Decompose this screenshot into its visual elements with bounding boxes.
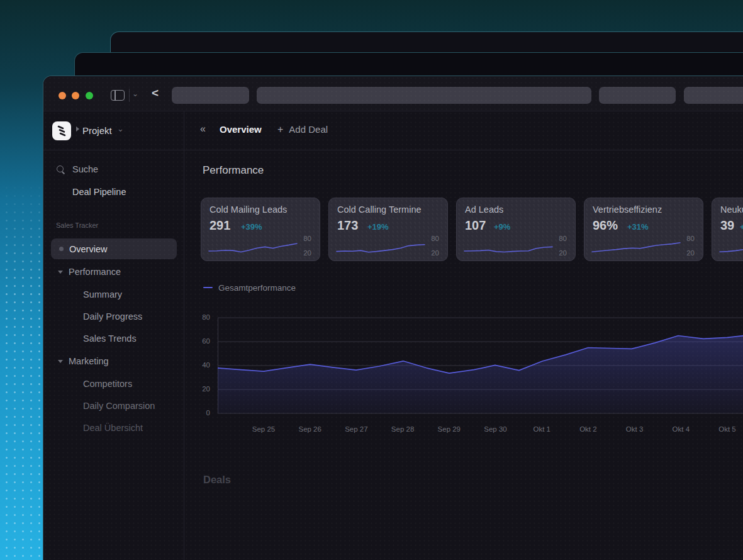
chart-area-fill [218,336,743,414]
deals-section-title: Deals [203,474,231,486]
card-title: Vertriebseffizienz [593,204,662,215]
card-delta: +9% [494,222,510,232]
toolbar-placeholder-button[interactable] [172,87,249,104]
card-value: 173 [337,218,358,233]
spark-axis-hi: 80 [686,235,695,242]
sidebar: Suche Deal Pipeline Sales Tracker Overvi… [43,150,184,560]
search-placeholder: Suche [72,164,98,174]
card-delta: +39% [241,222,262,232]
minimize-button[interactable] [72,92,79,99]
card-delta: +19% [367,222,389,232]
sidebar-section-label: Sales Tracker [43,218,184,232]
sparkline-chart [717,237,743,258]
card-title: Ad Leads [465,204,503,215]
sidebar-item-deal-uebersicht[interactable]: Deal Übersicht [43,419,184,437]
chevron-down-icon[interactable]: ⌄ [132,89,138,98]
card-value: 96% [593,218,618,233]
card-title: Cold Mailing Leads [209,204,287,215]
sidebar-item-daily-comparsion[interactable]: Daily Comparsion [43,397,184,415]
search-icon [57,165,65,174]
card-title: Neuku [720,204,743,215]
toolbar-placeholder-button[interactable] [599,87,676,104]
back-chevron-icon[interactable]: < [152,86,159,100]
x-axis-label: Okt 2 [579,425,596,433]
project-name[interactable]: Projekt [82,125,112,136]
toolbar-placeholder-button[interactable] [684,87,743,104]
app-window: ⌄ < Projekt [43,76,743,560]
x-axis-label: Sep 27 [345,425,367,433]
x-axis-label: Okt 3 [626,425,643,433]
sidebar-group-marketing[interactable]: Marketing [43,352,184,370]
legend-label: Gesamtperformance [218,283,296,293]
window-titlebar: ⌄ < [43,76,743,111]
card-title: Cold Calling Termine [337,204,422,215]
card-value: 107 [465,218,486,233]
sidebar-item-sales-trends[interactable]: Sales Trends [43,330,184,347]
performance-area-chart [218,309,743,416]
sidebar-item-daily-progress[interactable]: Daily Progress [43,308,184,325]
x-axis-label: Sep 26 [298,425,321,433]
y-axis-tick: 0 [184,409,210,417]
card-value: 39 [720,218,734,233]
app-header: Projekt ⌄ « Overview +Add Deal [43,111,743,150]
spark-axis-hi: 80 [559,235,567,242]
y-axis-tick: 60 [184,337,210,345]
y-axis-tick: 20 [184,385,210,393]
address-bar-placeholder[interactable] [257,87,591,104]
desktop-background: ▯ < ⌄ < [0,0,743,560]
main-content: Performance Cold Mailing Leads 291 +39% … [184,150,743,560]
sidebar-item-competitors[interactable]: Competitors [43,375,184,393]
sidebar-toggle-icon[interactable] [111,90,125,101]
kpi-card-neukunden-clipped[interactable]: Neuku 39 +2 80 20 [712,198,743,261]
sidebar-group-performance[interactable]: Performance [43,263,184,281]
spark-axis-lo: 20 [303,249,311,257]
caret-right-icon[interactable] [76,126,79,132]
content-header: « Overview +Add Deal [184,111,743,150]
plus-icon: + [277,124,283,135]
app-logo-icon[interactable] [52,121,71,140]
spark-axis-lo: 20 [559,249,567,257]
y-axis-tick: 40 [184,361,210,369]
kpi-card-vertriebseffizienz[interactable]: Vertriebseffizienz 96% +31% 80 20 [584,198,703,261]
close-button[interactable] [59,92,66,99]
sidebar-item-overview-selected[interactable]: Overview [51,238,177,259]
spark-axis-lo: 20 [431,249,439,257]
sidebar-item-deal-pipeline[interactable]: Deal Pipeline [43,183,184,201]
kpi-card-ad-leads[interactable]: Ad Leads 107 +9% 80 20 [456,198,576,261]
dot-pattern-decor [0,0,44,560]
sparkline-chart [334,237,427,258]
sidebar-header: Projekt ⌄ [43,111,184,150]
legend-line-swatch [203,287,213,289]
sparkline-chart [206,237,299,258]
y-axis-tick: 80 [184,313,210,321]
toolbar-divider [129,89,130,102]
search-input[interactable]: Suche [43,160,184,178]
x-axis-labels: Sep 25Sep 26Sep 27Sep 28Sep 29Sep 30Okt … [218,425,743,435]
card-value: 291 [209,218,230,233]
zoom-button[interactable] [86,92,93,99]
x-axis-label: Okt 4 [673,425,690,433]
spark-axis-hi: 80 [431,235,439,242]
bullet-dot-icon [59,247,64,251]
sparkline-chart [462,237,555,258]
x-axis-label: Sep 28 [391,425,414,433]
kpi-card-cold-mailing-leads[interactable]: Cold Mailing Leads 291 +39% 80 20 [201,198,320,261]
chevron-down-icon[interactable]: ⌄ [117,124,124,133]
add-deal-button[interactable]: +Add Deal [277,124,328,135]
card-delta: +31% [627,222,649,232]
chart-legend: Gesamtperformance [203,283,296,293]
triangle-down-icon [58,360,63,363]
kpi-cards-row: Cold Mailing Leads 291 +39% 80 20 Cold C… [201,198,743,261]
collapse-sidebar-icon[interactable]: « [200,123,204,135]
sidebar-item-summary[interactable]: Summary [43,286,184,303]
x-axis-label: Okt 5 [718,425,735,433]
kpi-card-cold-calling-termine[interactable]: Cold Calling Termine 173 +19% 80 20 [328,198,448,261]
section-title: Performance [203,164,264,177]
sparkline-chart [589,237,683,258]
x-axis-label: Okt 1 [533,425,550,433]
x-axis-label: Sep 25 [252,425,275,433]
card-delta: +2 [740,222,743,232]
page-title: Overview [220,124,262,135]
x-axis-label: Sep 29 [438,425,461,433]
triangle-down-icon [58,271,63,274]
